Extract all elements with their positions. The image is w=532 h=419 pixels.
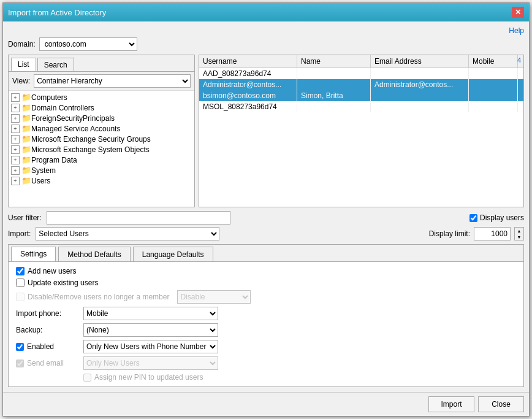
folder-icon: 📁 <box>21 124 31 133</box>
tab-method-defaults[interactable]: Method Defaults <box>58 247 130 261</box>
tree-expand-icon[interactable]: + <box>11 135 20 144</box>
view-label: View: <box>12 77 30 85</box>
tree-item[interactable]: + 📁 ForeignSecurityPrincipals <box>10 113 193 123</box>
enabled-row: Enabled Only New Users with Phone Number <box>16 340 516 353</box>
backup-row: Backup: (None) <box>16 323 516 337</box>
domain-row: Domain: contoso.com <box>8 37 524 51</box>
tab-settings[interactable]: Settings <box>11 247 56 261</box>
table-row[interactable]: bsimon@contoso.com Simon, Britta <box>199 90 523 101</box>
tree-item-label: Users <box>31 177 50 185</box>
table-row[interactable]: Administrator@contos... Administrator@co… <box>199 79 523 90</box>
footer: Import Close <box>3 392 529 416</box>
enabled-checkbox[interactable] <box>16 343 24 351</box>
tree-expand-icon[interactable]: + <box>11 114 20 123</box>
cell-email <box>371 101 469 112</box>
tree-expand-icon[interactable]: + <box>11 93 20 102</box>
update-existing-checkbox[interactable] <box>16 279 25 287</box>
tree-expand-icon[interactable]: + <box>11 145 20 154</box>
disable-remove-checkbox[interactable] <box>16 293 25 301</box>
tree-item-label: Microsoft Exchange Security Groups <box>31 135 151 144</box>
domain-select[interactable]: contoso.com <box>39 37 137 51</box>
folder-icon: 📁 <box>21 134 31 144</box>
display-users-label: Display users <box>480 213 524 222</box>
cell-mobile <box>469 90 518 101</box>
import-select[interactable]: Selected Users <box>36 227 219 240</box>
spinner-down[interactable]: ▼ <box>515 234 523 240</box>
tree-item-label: Managed Service Accounts <box>31 125 120 133</box>
col-username: Username <box>199 55 297 67</box>
table-row[interactable]: AAD_808273a96d74 <box>199 68 523 79</box>
disable-remove-label: Disable/Remove users no longer a member <box>28 293 169 301</box>
filter-row: User filter: Display users <box>8 211 524 225</box>
tree-item-label: ForeignSecurityPrincipals <box>31 114 115 123</box>
tree-area: + 📁 Computers + 📁 Domain Controllers + 📁… <box>9 91 194 207</box>
tree-expand-icon[interactable]: + <box>11 177 20 185</box>
import-phone-select[interactable]: Mobile <box>83 307 218 320</box>
tree-item-label: Microsoft Exchange System Objects <box>31 145 150 154</box>
list-search-tabs: List Search <box>9 55 194 72</box>
folder-icon: 📁 <box>21 93 31 102</box>
close-icon[interactable]: ✕ <box>512 7 524 18</box>
tree-item[interactable]: + 📁 Managed Service Accounts <box>10 123 193 134</box>
dialog-content: Help Domain: contoso.com List Search Vie… <box>3 21 529 392</box>
folder-icon: 📁 <box>21 103 31 112</box>
backup-select[interactable]: (None) <box>83 323 218 337</box>
folder-icon: 📁 <box>21 113 31 123</box>
help-link[interactable]: Help <box>509 26 524 35</box>
display-limit-input[interactable] <box>474 227 511 240</box>
enabled-select[interactable]: Only New Users with Phone Number <box>83 340 218 353</box>
display-users-checkbox[interactable] <box>469 214 477 222</box>
tree-item[interactable]: + 📁 Microsoft Exchange System Objects <box>10 144 193 155</box>
add-new-users-row: Add new users <box>16 267 516 275</box>
table-row[interactable]: MSOL_808273a96d74 <box>199 101 523 112</box>
view-row: View: Container Hierarchy <box>9 72 194 91</box>
cell-mobile <box>469 68 518 79</box>
close-button[interactable]: Close <box>478 396 524 412</box>
tree-expand-icon[interactable]: + <box>11 156 20 164</box>
cell-name <box>297 79 371 90</box>
import-button[interactable]: Import <box>428 396 474 412</box>
add-new-users-label: Add new users <box>28 267 76 275</box>
tree-item-label: Program Data <box>31 156 77 164</box>
tree-item-label: Computers <box>31 93 67 102</box>
send-email-checkbox[interactable] <box>16 359 24 367</box>
import-dialog: Import from Active Directory ✕ Help Doma… <box>2 2 530 417</box>
import-phone-row: Import phone: Mobile <box>16 307 516 320</box>
tree-item[interactable]: + 📁 System <box>10 165 193 175</box>
tab-language-defaults[interactable]: Language Defaults <box>133 247 213 261</box>
folder-icon: 📁 <box>21 166 31 175</box>
send-email-select[interactable]: Only New Users <box>83 356 218 370</box>
settings-content: Add new users Update existing users Disa… <box>9 262 523 386</box>
tab-list[interactable]: List <box>11 58 36 71</box>
import-phone-label: Import phone: <box>16 309 83 318</box>
spinner-up[interactable]: ▲ <box>515 228 523 234</box>
tree-item[interactable]: + 📁 Program Data <box>10 155 193 165</box>
view-select[interactable]: Container Hierarchy <box>34 74 191 88</box>
cell-username: Administrator@contos... <box>199 79 297 90</box>
display-limit: Display limit: ▲ ▼ <box>429 227 524 240</box>
tree-item[interactable]: + 📁 Domain Controllers <box>10 102 193 113</box>
tree-item-label: Domain Controllers <box>31 104 94 112</box>
count-badge: 4 <box>517 56 521 64</box>
assign-pin-checkbox[interactable] <box>83 374 91 382</box>
cell-name <box>297 101 371 112</box>
cell-name <box>297 68 371 79</box>
col-mobile: Mobile <box>469 55 518 67</box>
cell-email <box>371 68 469 79</box>
disable-remove-select[interactable]: Disable <box>177 290 251 304</box>
right-panel: 4 Username Name Email Address Mobile AAD… <box>199 55 524 207</box>
import-label: Import: <box>8 229 31 238</box>
tree-expand-icon[interactable]: + <box>11 125 20 133</box>
col-name: Name <box>297 55 371 67</box>
tree-item[interactable]: + 📁 Microsoft Exchange Security Groups <box>10 134 193 144</box>
filter-input[interactable] <box>47 211 230 225</box>
tree-item[interactable]: + 📁 Computers <box>10 92 193 102</box>
tree-item-label: System <box>31 166 56 175</box>
tree-expand-icon[interactable]: + <box>11 166 20 175</box>
add-new-users-checkbox[interactable] <box>16 267 25 275</box>
display-limit-spinner: ▲ ▼ <box>514 227 524 240</box>
tree-item[interactable]: + 📁 Users <box>10 175 193 186</box>
enabled-label: Enabled <box>27 342 54 351</box>
tab-search[interactable]: Search <box>37 58 74 71</box>
tree-expand-icon[interactable]: + <box>11 104 20 112</box>
